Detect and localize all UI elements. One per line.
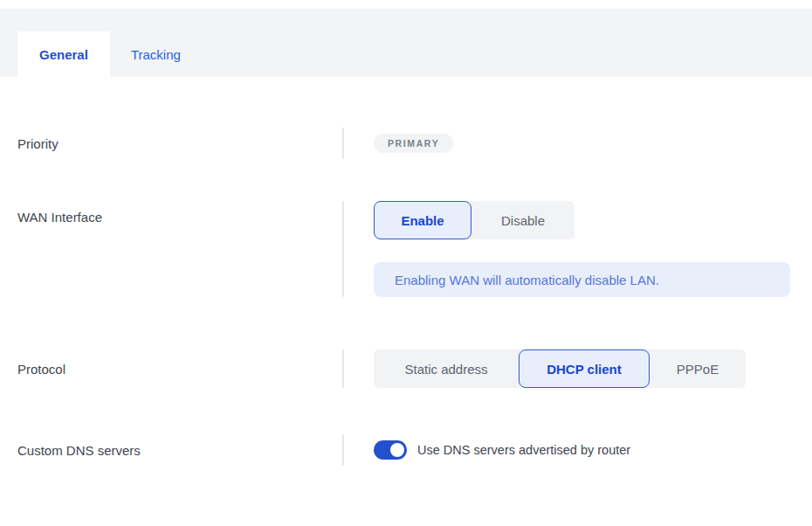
- protocol-pppoe-button[interactable]: PPPoE: [650, 350, 746, 388]
- divider: [342, 201, 344, 297]
- row-priority: Priority PRIMARY: [0, 128, 812, 159]
- wan-enable-button[interactable]: Enable: [374, 201, 471, 239]
- tab-general[interactable]: General: [17, 31, 110, 77]
- dns-toggle-label: Use DNS servers advertised by router: [417, 443, 630, 457]
- custom-dns-label: Custom DNS servers: [0, 434, 342, 466]
- wan-disable-button[interactable]: Disable: [471, 201, 575, 239]
- protocol-label: Protocol: [0, 350, 342, 388]
- toggle-knob: [390, 443, 404, 457]
- protocol-toggle-group: Static address DHCP client PPPoE: [374, 350, 746, 388]
- dns-advertised-toggle[interactable]: [374, 440, 407, 460]
- tab-bar: General Tracking: [0, 9, 812, 77]
- divider: [342, 350, 344, 388]
- protocol-dhcp-client-button[interactable]: DHCP client: [519, 350, 650, 388]
- protocol-static-address-button[interactable]: Static address: [374, 350, 519, 388]
- wan-enable-toggle-group: Enable Disable: [374, 201, 575, 239]
- row-custom-dns: Custom DNS servers Use DNS servers adver…: [0, 434, 812, 466]
- row-wan-interface: WAN Interface Enable Disable Enabling WA…: [0, 201, 812, 297]
- settings-form: Priority PRIMARY WAN Interface Enable Di…: [0, 128, 812, 466]
- divider: [342, 434, 344, 466]
- tab-tracking[interactable]: Tracking: [110, 31, 202, 77]
- priority-label: Priority: [0, 128, 342, 159]
- row-protocol: Protocol Static address DHCP client PPPo…: [0, 350, 812, 388]
- divider: [342, 128, 344, 159]
- wan-interface-label: WAN Interface: [0, 201, 342, 297]
- wan-info-message: Enabling WAN will automatically disable …: [374, 262, 790, 297]
- priority-badge: PRIMARY: [374, 134, 453, 153]
